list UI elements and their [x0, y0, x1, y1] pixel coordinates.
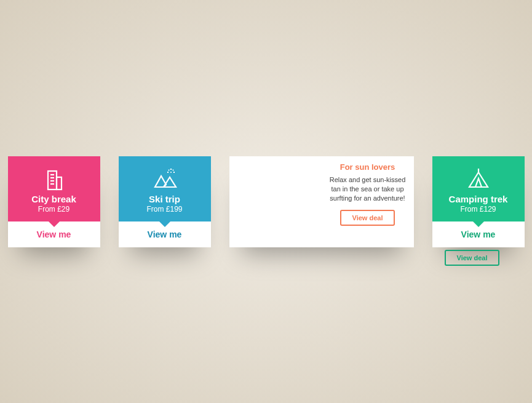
card-details: For sun lovers Relax and get sun-kissed …: [322, 156, 414, 247]
svg-point-6: [170, 172, 172, 173]
card-title: Camping trek: [449, 194, 508, 204]
card-description: Relax and get sun-kissed tan in the sea …: [327, 175, 409, 204]
card-header: Ski trip From £199: [119, 156, 211, 221]
card-title: City break: [31, 194, 76, 204]
card-price: From £129: [460, 205, 496, 213]
svg-line-11: [169, 170, 169, 170]
card-image-placeholder: [229, 156, 322, 247]
card-city-break: City break From £29 View me: [8, 156, 100, 247]
buildings-icon: [42, 167, 66, 193]
card-header: City break From £29: [8, 156, 100, 221]
tent-icon: [466, 167, 491, 193]
mountains-icon: [151, 167, 178, 193]
card-price: From £199: [146, 205, 182, 213]
card-title: Ski trip: [149, 194, 180, 204]
card-price: From £29: [38, 205, 69, 213]
view-deal-button-ghost[interactable]: View deal: [445, 250, 500, 266]
card-ski-trip: Ski trip From £199 View me: [119, 156, 211, 247]
card-beach-expanded: For sun lovers Relax and get sun-kissed …: [229, 156, 414, 247]
card-header: Camping trek From £129: [432, 156, 525, 221]
svg-rect-1: [57, 177, 62, 190]
card-title: For sun lovers: [340, 162, 395, 172]
svg-line-10: [173, 170, 173, 170]
view-deal-button[interactable]: View deal: [340, 210, 395, 226]
card-camping-trek: Camping trek From £129 View me: [432, 156, 525, 247]
